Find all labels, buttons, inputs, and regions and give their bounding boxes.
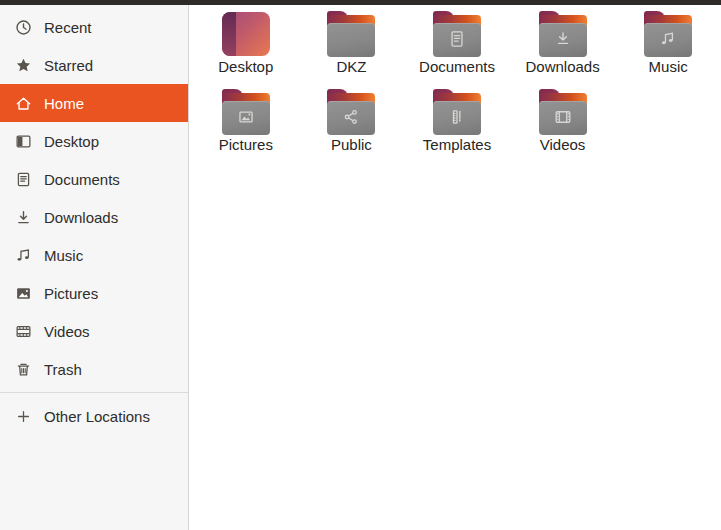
grid-item-label: Public [331, 136, 372, 153]
downloads-emblem-icon [552, 28, 574, 50]
folder-icon [433, 89, 481, 135]
sidebar-item-home[interactable]: Home [0, 84, 188, 122]
sidebar-item-music[interactable]: Music [0, 236, 188, 274]
folder-icon [327, 89, 375, 135]
sidebar-item-label: Desktop [44, 133, 99, 150]
grid-item-music[interactable]: Music [615, 8, 721, 86]
pictures-emblem-icon [235, 106, 257, 128]
sidebar-item-videos[interactable]: Videos [0, 312, 188, 350]
templates-emblem-icon [446, 106, 468, 128]
folder-icon [222, 89, 270, 135]
sidebar-item-recent[interactable]: Recent [0, 8, 188, 46]
grid-item-public[interactable]: Public [299, 86, 405, 164]
sidebar-item-other-locations[interactable]: Other Locations [0, 397, 188, 435]
music-icon [15, 247, 32, 264]
home-icon [15, 95, 32, 112]
share-emblem-icon [340, 106, 362, 128]
grid-item-label: Documents [419, 58, 495, 75]
grid-item-label: Pictures [219, 136, 273, 153]
sidebar-item-label: Documents [44, 171, 120, 188]
sidebar-item-label: Recent [44, 19, 92, 36]
sidebar-item-downloads[interactable]: Downloads [0, 198, 188, 236]
grid-item-desktop[interactable]: Desktop [193, 8, 299, 86]
documents-emblem-icon [446, 28, 468, 50]
trash-icon [15, 361, 32, 378]
plus-icon [15, 408, 32, 425]
places-sidebar: Recent Starred Home Desktop Documents Do… [0, 5, 189, 530]
grid-item-label: DKZ [336, 58, 366, 75]
folder-icon [644, 11, 692, 57]
videos-emblem-icon [552, 106, 574, 128]
grid-item-label: Music [649, 58, 688, 75]
folder-icon [539, 11, 587, 57]
folder-icon [433, 11, 481, 57]
sidebar-item-pictures[interactable]: Pictures [0, 274, 188, 312]
videos-icon [15, 323, 32, 340]
downloads-icon [15, 209, 32, 226]
sidebar-item-trash[interactable]: Trash [0, 350, 188, 388]
folder-icon [539, 89, 587, 135]
grid-item-templates[interactable]: Templates [404, 86, 510, 164]
grid-item-label: Templates [423, 136, 491, 153]
grid-item-documents[interactable]: Documents [404, 8, 510, 86]
grid-item-videos[interactable]: Videos [510, 86, 616, 164]
sidebar-item-label: Starred [44, 57, 93, 74]
desktop-gradient-icon [222, 11, 270, 57]
recent-icon [15, 19, 32, 36]
sidebar-item-label: Trash [44, 361, 82, 378]
music-emblem-icon [657, 28, 679, 50]
sidebar-item-label: Home [44, 95, 84, 112]
documents-icon [15, 171, 32, 188]
grid-item-label: Desktop [218, 58, 273, 75]
sidebar-item-label: Downloads [44, 209, 118, 226]
grid-item-pictures[interactable]: Pictures [193, 86, 299, 164]
sidebar-item-starred[interactable]: Starred [0, 46, 188, 84]
file-grid: Desktop DKZ Documents Downloads [190, 5, 721, 530]
sidebar-item-label: Music [44, 247, 83, 264]
plain-folder-icon [327, 11, 375, 57]
desktop-icon [15, 133, 32, 150]
sidebar-item-desktop[interactable]: Desktop [0, 122, 188, 160]
sidebar-item-label: Other Locations [44, 408, 150, 425]
grid-item-downloads[interactable]: Downloads [510, 8, 616, 86]
sidebar-divider [0, 392, 188, 393]
grid-item-label: Downloads [525, 58, 599, 75]
sidebar-item-documents[interactable]: Documents [0, 160, 188, 198]
grid-item-label: Videos [540, 136, 586, 153]
sidebar-item-label: Pictures [44, 285, 98, 302]
grid-item-dkz[interactable]: DKZ [299, 8, 405, 86]
pictures-icon [15, 285, 32, 302]
sidebar-item-label: Videos [44, 323, 90, 340]
starred-icon [15, 57, 32, 74]
